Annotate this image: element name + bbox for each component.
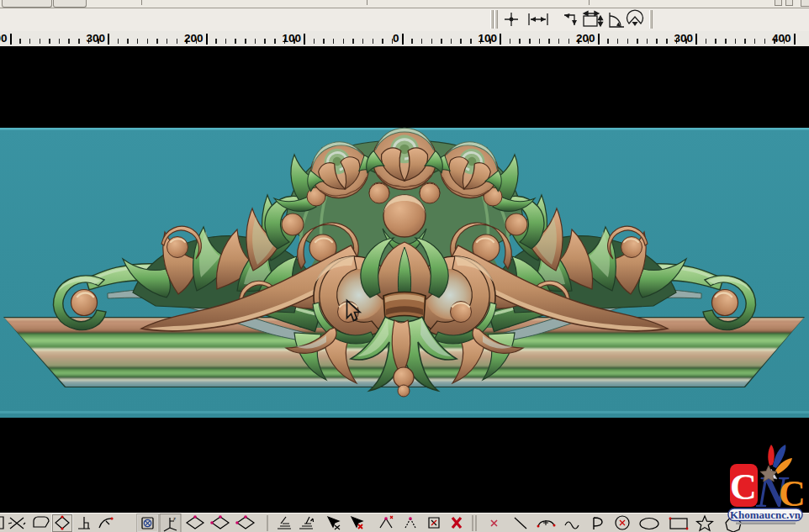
svg-text:C: C [730,466,757,508]
svg-text:Khomaucnc.vn: Khomaucnc.vn [730,508,801,521]
svg-text:z: z [173,516,176,521]
